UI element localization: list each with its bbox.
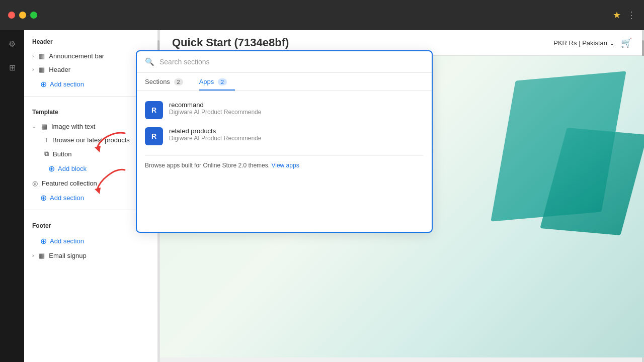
- app-item-related-products[interactable]: R related products Digiware AI Product R…: [145, 123, 424, 149]
- icon-bar: ⚙ ⊞: [0, 30, 24, 362]
- plus-icon: ⊕: [48, 164, 55, 173]
- app-icon-related-products: R: [145, 127, 163, 145]
- header-section-label: Header: [24, 30, 159, 49]
- menu-icon[interactable]: ⋮: [627, 10, 636, 21]
- traffic-lights: [8, 12, 37, 19]
- chevron-down-icon: ⌄: [609, 39, 615, 47]
- app-item-recommand-text: recommand Digiware AI Product Recommende: [169, 101, 261, 116]
- app-item-recommand-name: recommand: [169, 101, 261, 109]
- app-item-related-desc: Digiware AI Product Recommende: [169, 135, 261, 142]
- app-item-related-text: related products Digiware AI Product Rec…: [169, 127, 261, 142]
- section-picker-panel: 🔍 Sections 2 Apps 2 R recommand Digiware…: [136, 50, 433, 233]
- app-item-recommand[interactable]: R recommand Digiware AI Product Recommen…: [145, 97, 424, 123]
- tab-apps[interactable]: Apps 2: [199, 73, 235, 90]
- app-container: ⚙ ⊞ Header › ▦ Announcement bar › ▦ Head…: [0, 30, 644, 362]
- preview-header-actions: PKR Rs | Pakistan ⌄ 🛒: [553, 37, 632, 48]
- tab-sections[interactable]: Sections 2: [145, 73, 191, 90]
- browse-apps-text: Browse apps built for Online Store 2.0 t…: [145, 155, 424, 169]
- sections-count-badge: 2: [174, 78, 183, 85]
- maximize-button[interactable]: [30, 12, 37, 19]
- chevron-right-icon: ›: [32, 67, 34, 72]
- app-item-related-name: related products: [169, 127, 261, 135]
- settings-icon[interactable]: ⚙: [6, 36, 19, 52]
- layout-icon: ▦: [39, 66, 45, 73]
- add-section-footer-button[interactable]: ⊕ Add section: [24, 233, 159, 249]
- preview-store-title: Quick Start (7134e8bf): [172, 36, 289, 49]
- search-icon: 🔍: [145, 57, 154, 66]
- browser-icons: ★ ⋮: [613, 10, 636, 21]
- chevron-down-icon: ⌄: [32, 124, 36, 129]
- section-picker-search-bar: 🔍: [137, 51, 432, 73]
- plus-icon: ⊕: [40, 79, 47, 89]
- app-item-recommand-desc: Digiware AI Product Recommende: [169, 109, 261, 116]
- currency-selector[interactable]: PKR Rs | Pakistan ⌄: [553, 39, 615, 47]
- section-picker-body: R recommand Digiware AI Product Recommen…: [137, 91, 432, 232]
- browser-chrome: ★ ⋮: [0, 0, 644, 30]
- apps-icon[interactable]: ⊞: [6, 60, 19, 75]
- cart-icon[interactable]: 🛒: [621, 37, 632, 48]
- apps-count-badge: 2: [218, 78, 227, 85]
- currency-label: PKR Rs | Pakistan: [553, 39, 607, 47]
- layout-icon: ▦: [41, 123, 47, 130]
- plus-icon: ⊕: [40, 193, 47, 203]
- bookmark-icon[interactable]: ★: [613, 10, 621, 21]
- sidebar-item-email-signup[interactable]: › ▦ Email signup: [24, 249, 159, 262]
- section-picker-tabs: Sections 2 Apps 2: [137, 73, 432, 91]
- button-icon: ⧉: [44, 150, 49, 158]
- chevron-right-icon: ›: [32, 253, 34, 258]
- widget-icon: ◎: [32, 179, 38, 187]
- search-sections-input[interactable]: [159, 58, 424, 66]
- view-apps-link[interactable]: View apps: [271, 162, 299, 169]
- layout-icon: ▦: [39, 252, 45, 259]
- close-button[interactable]: [8, 12, 15, 19]
- minimize-button[interactable]: [19, 12, 26, 19]
- app-icon-recommand: R: [145, 101, 163, 119]
- layout-icon: ▦: [39, 52, 45, 60]
- text-icon: T: [44, 136, 48, 144]
- chevron-right-icon: ›: [32, 53, 34, 59]
- plus-icon: ⊕: [40, 236, 47, 246]
